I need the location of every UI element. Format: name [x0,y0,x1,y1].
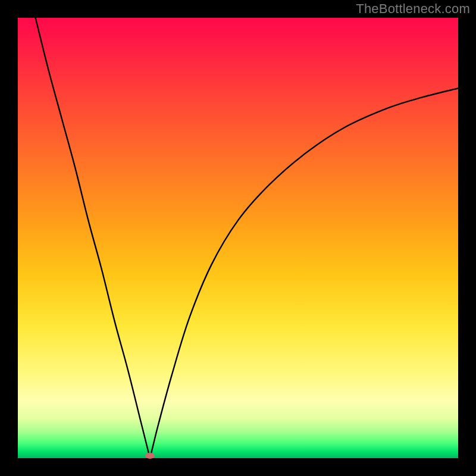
curve-right-branch [150,88,458,458]
chart-frame: TheBottleneck.com [0,0,476,476]
curve-left-branch [36,18,150,458]
plot-area [18,18,458,458]
notch-marker [145,453,155,459]
watermark-text: TheBottleneck.com [356,1,470,17]
curve-svg [18,18,458,458]
